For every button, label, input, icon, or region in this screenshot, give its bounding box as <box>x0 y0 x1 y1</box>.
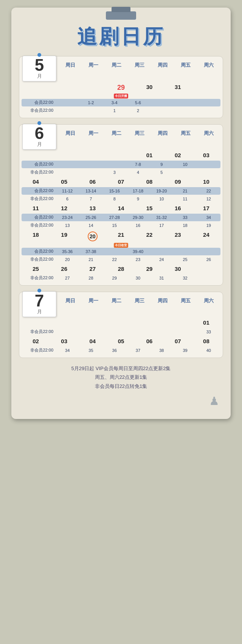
may-weekday-header: 周日 周一 周二 周三 周四 周五 周六 <box>59 56 220 69</box>
june-w5-dates: 25 26 27 28 29 30 <box>22 264 220 274</box>
june-w4-nonmember: 非会员22:00 20 21 22 23 24 25 26 <box>22 256 220 263</box>
clipboard: 追剧日历 5 月 周日 周一 周二 周三 周四 周五 周六 <box>11 8 231 419</box>
june-badge: 6 月 <box>22 124 56 150</box>
may-nonmember-row: 非会员22:00 1 2 <box>22 107 220 114</box>
june-w2-dates: 04 05 06 07 08 09 10 <box>22 177 220 186</box>
june-w4-member: 会员22:00 35-36 37-38 39-40 <box>22 248 220 255</box>
june-w1-dates: 01 02 03 <box>22 150 220 160</box>
july-block: 7 月 周日 周一 周二 周三 周四 周五 周六 01 <box>19 292 223 358</box>
may-badge: 5 月 <box>22 56 56 81</box>
may-member-row: 会员22:00 1-2 3-4 5-6 <box>22 99 220 106</box>
july-w2-dates: 02 03 04 05 06 07 08 <box>22 336 220 346</box>
page-title: 追剧日历 <box>19 23 223 50</box>
july-badge: 7 月 <box>22 291 56 317</box>
june-w5-nonmember: 非会员22:00 27 28 29 30 31 32 <box>22 274 220 282</box>
june-w2-nonmember: 非会员22:00 6 7 8 9 10 11 12 <box>22 195 220 203</box>
june-w4-dates: 18 19 20 21 今日收官 22 23 24 <box>22 230 220 243</box>
chess-decoration: ♟ <box>19 394 223 408</box>
july-w1-nonmember: 非会员22:00 33 <box>22 328 220 336</box>
june-block: 6 月 周日 周一 周二 周三 周四 周五 周六 01 02 03 <box>19 124 223 286</box>
may-block: 5 月 周日 周一 周二 周三 周四 周五 周六 29 今日开播 <box>19 56 223 118</box>
june-w2-member: 会员22:00 11-12 13-14 15-16 17-18 19-20 21… <box>22 187 220 195</box>
june-w3-member: 会员22:00 23-24 25-26 27-28 29-30 31-32 33… <box>22 214 220 221</box>
june-w3-nonmember: 非会员22:00 13 14 15 16 17 18 19 <box>22 222 220 229</box>
clipboard-clip <box>19 11 223 20</box>
may-dates-row: 29 今日开播 30 31 <box>22 82 220 93</box>
july-w1-dates: 01 <box>22 318 220 327</box>
june-w1-member: 会员22:00 7-8 9 10 <box>22 161 220 168</box>
footer-text: 5月29日起 VIP会员每周日至周四22点更新2集 周五、周六22点更新1集 非… <box>19 364 223 391</box>
june-w3-dates: 11 12 13 14 15 16 17 <box>22 203 220 213</box>
july-w2-nonmember: 非会员22:00 34 35 36 37 38 39 40 <box>22 347 220 354</box>
july-weekday-header: 周日 周一 周二 周三 周四 周五 周六 <box>59 292 220 304</box>
june-weekday-header: 周日 周一 周二 周三 周四 周五 周六 <box>59 125 220 137</box>
june-w1-nonmember: 非会员22:00 3 4 5 <box>22 169 220 176</box>
